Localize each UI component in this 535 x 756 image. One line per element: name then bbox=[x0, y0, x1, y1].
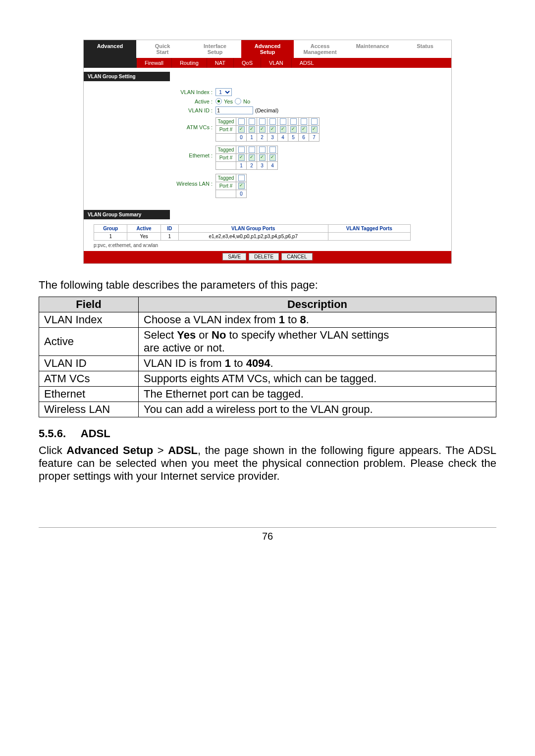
legend-text: p:pvc, e:ethernet, and w:wlan bbox=[84, 243, 451, 248]
sub-tabs: Firewall Routing NAT QoS VLAN ADSL bbox=[84, 58, 451, 68]
col-active: Active bbox=[127, 225, 160, 233]
row-label-tagged: Tagged bbox=[216, 146, 236, 154]
subtab-qos[interactable]: QoS bbox=[234, 58, 261, 68]
section-heading: 5.5.6. ADSL bbox=[39, 427, 496, 440]
col-id: ID bbox=[160, 225, 178, 233]
sidebar-title: Advanced bbox=[84, 40, 136, 58]
atm-tagged-5[interactable] bbox=[290, 118, 297, 125]
label-ethernet: Ethernet : bbox=[84, 145, 215, 158]
col-ports: VLAN Group Ports bbox=[178, 225, 328, 233]
row-label-tagged: Tagged bbox=[216, 174, 236, 182]
tab-status[interactable]: Status bbox=[399, 40, 451, 58]
save-button[interactable]: SAVE bbox=[222, 253, 246, 260]
eth-tagged-3[interactable] bbox=[259, 147, 266, 153]
atm-port-5[interactable] bbox=[290, 126, 297, 133]
eth-port-2[interactable] bbox=[249, 154, 255, 161]
vlan-setting-form: VLAN Index : 1 Active : Yes No VLAN ID : bbox=[84, 81, 451, 210]
label-atm-vcs: ATM VCs : bbox=[84, 116, 215, 130]
tab-maintenance[interactable]: Maintenance bbox=[346, 40, 399, 58]
col-description: Description bbox=[139, 297, 496, 312]
eth-tagged-1[interactable] bbox=[238, 147, 245, 153]
row-label-port: Port # bbox=[216, 126, 236, 134]
adsl-paragraph: Click Advanced Setup > ADSL, the page sh… bbox=[39, 444, 496, 483]
eth-port-1[interactable] bbox=[238, 154, 245, 161]
cell-field: VLAN ID bbox=[39, 356, 139, 371]
vlan-id-input[interactable] bbox=[215, 106, 253, 114]
atm-port-6[interactable] bbox=[301, 126, 307, 133]
table-row: Active Select Yes or No to specify wheth… bbox=[39, 328, 496, 356]
col-tagged: VLAN Tagged Ports bbox=[328, 225, 410, 233]
ethernet-grid: Tagged Port # 1234 bbox=[215, 146, 278, 170]
eth-port-3[interactable] bbox=[259, 154, 266, 161]
label-vlan-id: VLAN ID : bbox=[84, 107, 215, 113]
subtab-routing[interactable]: Routing bbox=[172, 58, 207, 68]
table-row: Ethernet The Ethernet port can be tagged… bbox=[39, 387, 496, 402]
atm-tagged-7[interactable] bbox=[311, 118, 318, 125]
section-vlan-summary: VLAN Group Summary bbox=[84, 210, 170, 219]
eth-port-4[interactable] bbox=[269, 154, 276, 161]
cell-desc: VLAN ID is from 1 to 4094. bbox=[139, 356, 496, 371]
cell-desc: Select Yes or No to specify whether VLAN… bbox=[139, 328, 496, 356]
wlan-port-0[interactable] bbox=[238, 183, 245, 189]
table-row: Wireless LAN You can add a wireless port… bbox=[39, 402, 496, 417]
delete-button[interactable]: DELETE bbox=[249, 253, 279, 260]
table-row: VLAN ID VLAN ID is from 1 to 4094. bbox=[39, 356, 496, 371]
cell-field: Wireless LAN bbox=[39, 402, 139, 417]
atm-tagged-2[interactable] bbox=[259, 118, 266, 125]
atm-tagged-4[interactable] bbox=[280, 118, 286, 125]
radio-label-yes: Yes bbox=[224, 99, 233, 104]
atm-vcs-grid: Tagged Port # 01234567 bbox=[215, 117, 320, 142]
cell-desc: Supports eights ATM VCs, which can be ta… bbox=[139, 371, 496, 387]
tab-interface-setup[interactable]: Interface Setup bbox=[189, 40, 241, 58]
subtab-vlan[interactable]: VLAN bbox=[261, 58, 292, 68]
tab-quick-start[interactable]: Quick Start bbox=[136, 40, 189, 58]
subtab-firewall[interactable]: Firewall bbox=[137, 58, 172, 68]
subtab-nat[interactable]: NAT bbox=[207, 58, 234, 68]
atm-tagged-1[interactable] bbox=[249, 118, 255, 125]
atm-tagged-6[interactable] bbox=[301, 118, 307, 125]
atm-tagged-3[interactable] bbox=[269, 118, 276, 125]
col-group: Group bbox=[94, 225, 127, 233]
atm-port-2[interactable] bbox=[259, 126, 266, 133]
table-row: VLAN Index Choose a VLAN index from 1 to… bbox=[39, 312, 496, 328]
cell-tagged bbox=[328, 233, 410, 241]
tab-advanced-setup[interactable]: Advanced Setup bbox=[241, 40, 294, 58]
atm-port-0[interactable] bbox=[238, 126, 245, 133]
cell-desc: The Ethernet port can be tagged. bbox=[139, 387, 496, 402]
row-label-port: Port # bbox=[216, 182, 236, 190]
wlan-grid: Tagged Port # 0 bbox=[215, 174, 247, 198]
radio-active-no[interactable] bbox=[235, 98, 241, 104]
cell-id: 1 bbox=[160, 233, 178, 241]
atm-tagged-0[interactable] bbox=[238, 118, 245, 125]
cell-desc: You can add a wireless port to the VLAN … bbox=[139, 402, 496, 417]
cell-field: ATM VCs bbox=[39, 371, 139, 387]
row-label-tagged: Tagged bbox=[216, 118, 236, 126]
subtab-adsl[interactable]: ADSL bbox=[292, 58, 322, 68]
label-active: Active : bbox=[84, 99, 215, 104]
section-vlan-setting: VLAN Group Setting bbox=[84, 72, 170, 81]
cancel-button[interactable]: CANCEL bbox=[281, 253, 313, 260]
table-row: ATM VCs Supports eights ATM VCs, which c… bbox=[39, 371, 496, 387]
parameters-table: Field Description VLAN Index Choose a VL… bbox=[39, 297, 496, 417]
intro-sentence: The following table describes the parame… bbox=[39, 279, 496, 292]
label-decimal: (Decimal) bbox=[255, 107, 278, 113]
atm-port-4[interactable] bbox=[280, 126, 286, 133]
label-wlan: Wireless LAN : bbox=[84, 173, 215, 187]
cell-desc: Choose a VLAN index from 1 to 8. bbox=[139, 312, 496, 328]
radio-label-no: No bbox=[243, 99, 250, 104]
atm-port-7[interactable] bbox=[311, 126, 318, 133]
wlan-tagged-0[interactable] bbox=[238, 175, 245, 181]
eth-tagged-4[interactable] bbox=[269, 147, 276, 153]
vlan-index-select[interactable]: 1 bbox=[215, 88, 232, 96]
cell-field: Active bbox=[39, 328, 139, 356]
cell-field: Ethernet bbox=[39, 387, 139, 402]
cell-ports: e1,e2,e3,e4,w0,p0,p1,p2,p3,p4,p5,p6,p7 bbox=[178, 233, 328, 241]
table-row: 1 Yes 1 e1,e2,e3,e4,w0,p0,p1,p2,p3,p4,p5… bbox=[94, 233, 411, 241]
label-vlan-index: VLAN Index : bbox=[84, 89, 215, 95]
row-label-port: Port # bbox=[216, 154, 236, 162]
atm-port-1[interactable] bbox=[249, 126, 255, 133]
eth-tagged-2[interactable] bbox=[249, 147, 255, 153]
radio-active-yes[interactable] bbox=[215, 98, 222, 104]
atm-port-3[interactable] bbox=[269, 126, 276, 133]
tab-access-management[interactable]: Access Management bbox=[294, 40, 346, 58]
